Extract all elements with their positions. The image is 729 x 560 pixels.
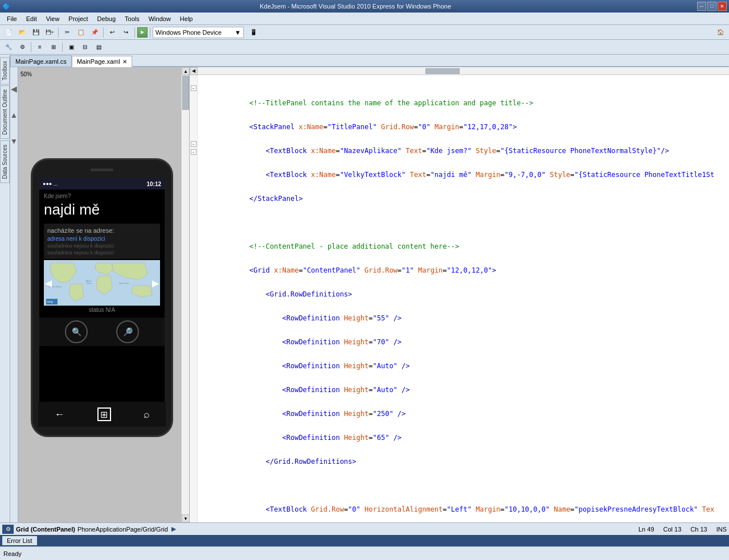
save-button[interactable]: 💾 [30, 27, 42, 38]
expand-up-button[interactable]: ▲ [10, 110, 18, 120]
code-line-7: <!--ContentPanel - place additional cont… [200, 242, 729, 250]
redo-button[interactable]: ↪ [120, 27, 132, 38]
code-line-2: <StackPanel x:Name="TitlePanel" Grid.Row… [200, 123, 729, 131]
sep2 [103, 27, 104, 38]
appbar-btn-zoomin[interactable]: 🔎 [116, 320, 139, 343]
solution-explorer-icon[interactable]: 🏠 [714, 27, 727, 38]
nav-back-button[interactable]: ← [55, 409, 65, 421]
maximize-button[interactable]: □ [707, 2, 716, 11]
code-lines[interactable]: <!--TitlePanel contains the name of the … [198, 75, 729, 522]
code-line-18: <TextBlock Grid.Row="0" HorizontalAlignm… [200, 505, 729, 513]
appbar-btn-zoomout[interactable]: 🔍 [65, 320, 88, 343]
save-all-button[interactable]: 💾+ [43, 27, 56, 38]
content-split: ◀ ▲ ▼ 50% [10, 67, 729, 522]
code-line-5: </StackPanel> [200, 195, 729, 203]
tab-label-xamlcs: MainPage.xaml.cs [15, 58, 67, 65]
sep1 [58, 27, 59, 38]
phone-location-label: nacházíte se na adrese: [47, 227, 157, 234]
toolbox-tab[interactable]: Toolbox [0, 57, 10, 84]
expand-left-button[interactable]: ◀ [11, 84, 17, 93]
undo-button[interactable]: ↩ [106, 27, 118, 38]
design-panel: ◀ ▲ ▼ 50% [10, 67, 190, 522]
close-button[interactable]: ✕ [718, 2, 727, 11]
code-line-13: <RowDefinition Height="Auto" /> [200, 386, 729, 394]
status-path: PhoneApplicationPage/Grid/Grid [77, 526, 168, 533]
status-right: Ln 49 Col 13 Ch 13 INS [638, 526, 727, 533]
menu-window[interactable]: Window [144, 14, 175, 23]
fold-spacer [190, 76, 197, 84]
code-line-9: <Grid.RowDefinitions> [200, 290, 729, 298]
code-line-16: </Grid.RowDefinitions> [200, 458, 729, 466]
phone-coords1: souřadnice nejsou k dispozici [47, 243, 157, 249]
zoom-indicator: 50% [21, 68, 32, 79]
design-scroll-down[interactable]: ▼ [182, 514, 190, 522]
code-view-button[interactable]: ▤ [92, 42, 105, 53]
map-right-arrow[interactable]: ▶ [152, 277, 159, 288]
tab-close-xaml[interactable]: ✕ [122, 59, 127, 65]
phone-app-title-big: najdi mě [44, 201, 160, 218]
minimize-button[interactable]: ─ [697, 2, 706, 11]
menu-help[interactable]: Help [175, 14, 198, 23]
menu-debug[interactable]: Debug [93, 14, 120, 23]
phone-signal: ●●● ... [43, 181, 58, 187]
code-top-scrollbar: ◀ ▶ [190, 67, 729, 75]
phone-appbar: 🔍 🔎 [39, 318, 165, 346]
design-scroll-track [182, 75, 189, 514]
sep5 [31, 42, 31, 52]
bottom-bar: Error List [0, 535, 729, 546]
expand-down-button[interactable]: ▼ [10, 137, 18, 146]
fold-icon-grid[interactable]: - [190, 140, 197, 148]
code-line-12: <RowDefinition Height="Auto" /> [200, 362, 729, 370]
design-view-button[interactable]: ▣ [65, 42, 77, 53]
align-button[interactable]: ≡ [34, 42, 46, 53]
tab-xaml[interactable]: MainPage.xaml ✕ [72, 56, 132, 67]
error-list-tab[interactable]: Error List [2, 536, 37, 545]
design-scroll-thumb[interactable] [182, 76, 189, 110]
tab-bar: MainPage.xaml.cs MainPage.xaml ✕ ▼ [10, 55, 729, 67]
status-breadcrumb: Grid (ContentPanel) PhoneApplicationPage… [16, 525, 638, 533]
menu-edit[interactable]: Edit [22, 14, 42, 23]
properties-button[interactable]: ⚙ [16, 42, 28, 53]
nav-search-button[interactable]: ⌕ [144, 409, 150, 421]
nav-windows-button[interactable]: ⊞ [97, 407, 111, 421]
paste-button[interactable]: 📌 [88, 27, 101, 38]
new-project-button[interactable]: 📄 [2, 27, 15, 38]
hscroll-left[interactable]: ◀ [190, 67, 198, 75]
data-sources-tab[interactable]: Data Sources [0, 141, 10, 183]
document-outline-tab[interactable]: Document Outline [0, 85, 10, 139]
map-left-arrow[interactable]: ◀ [45, 277, 52, 288]
status-bar: ⚙ Grid (ContentPanel) PhoneApplicationPa… [0, 522, 729, 535]
menu-tools[interactable]: Tools [120, 14, 144, 23]
design-scroll-up[interactable]: ▲ [182, 67, 190, 75]
code-line-14: <RowDefinition Height="250" /> [200, 410, 729, 418]
phone-coords2: souřadnice nejsou k dispozici [47, 250, 157, 256]
fold-icon-stackpanel[interactable]: - [190, 84, 197, 92]
code-gutter: - - - [190, 75, 198, 522]
hscroll-thumb[interactable] [425, 68, 460, 74]
tab-xamlcs[interactable]: MainPage.xaml.cs [10, 55, 72, 67]
menu-view[interactable]: View [42, 14, 64, 23]
menu-file[interactable]: File [2, 14, 22, 23]
open-file-button[interactable]: 📂 [16, 27, 28, 38]
phone-time: 10:12 [146, 181, 161, 187]
zoom-fit-button[interactable]: ⊞ [47, 42, 60, 53]
main-layout: Toolbox Document Outline Data Sources Ma… [0, 55, 729, 522]
code-line-17 [200, 481, 729, 489]
code-line-1: <!--TitlePanel contains the name of the … [200, 99, 729, 107]
device-icon[interactable]: 📱 [247, 27, 260, 38]
menu-project[interactable]: Project [64, 14, 92, 23]
cut-button[interactable]: ✂ [61, 27, 73, 38]
split-view-button[interactable]: ⊟ [79, 42, 91, 53]
sep6 [62, 42, 63, 52]
status-path-arrow[interactable]: ▶ [171, 525, 176, 533]
status-ln: Ln 49 [638, 526, 654, 533]
target-device-dropdown[interactable]: Windows Phone Device ▼ [153, 27, 244, 38]
copy-button[interactable]: 📋 [75, 27, 87, 38]
run-button[interactable]: ▶ [137, 27, 148, 38]
fold-icon-rowdef[interactable]: - [190, 148, 197, 156]
app-icon: 🔷 [2, 3, 10, 10]
code-line-15: <RowDefinition Height="65" /> [200, 434, 729, 442]
phone-nav-bar: ← ⊞ ⌕ [38, 402, 166, 427]
toolbox-button[interactable]: 🔧 [2, 42, 15, 53]
phone-map: Pacific Ocean Atlantic Ocean Indian Ocea… [44, 260, 160, 306]
